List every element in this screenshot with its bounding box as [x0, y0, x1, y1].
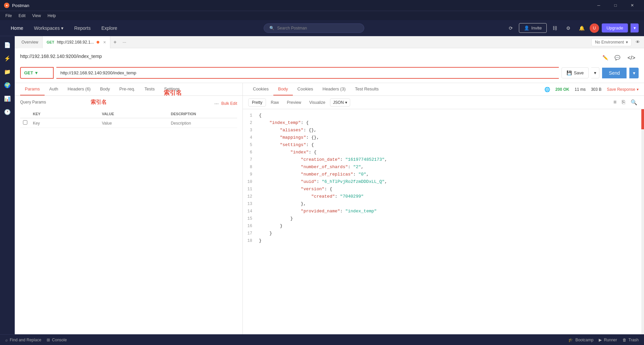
- invite-button[interactable]: 👤 Invite: [519, 23, 547, 33]
- upgrade-dropdown[interactable]: ▾: [631, 23, 639, 32]
- param-tab-prereq[interactable]: Pre-req.: [115, 83, 140, 95]
- close-button[interactable]: ✕: [625, 0, 640, 11]
- url-input[interactable]: [56, 67, 559, 79]
- code-line-10: 10 "uuid": "6_hTlPvjRo2fzmDDDxLL_Q",: [243, 178, 644, 186]
- save-response-button[interactable]: Save Response ▾: [607, 87, 639, 92]
- search-response-icon[interactable]: 🔍: [629, 98, 639, 107]
- save-dropdown[interactable]: ▾: [591, 67, 599, 78]
- search-placeholder: Search Postman: [277, 26, 307, 30]
- response-tab-headers[interactable]: Headers (3): [318, 83, 351, 95]
- param-tab-headers[interactable]: Headers (6): [63, 83, 96, 95]
- request-title: http://192.168.92.140:9200/index_temp: [20, 54, 102, 59]
- footer-find-replace[interactable]: ⌕ Find and Replace: [5, 338, 41, 342]
- view-visualize-button[interactable]: Visualize: [306, 99, 329, 106]
- add-tab-button[interactable]: +: [110, 38, 120, 47]
- footer-trash[interactable]: 🗑 Trash: [623, 338, 639, 342]
- footer-runner[interactable]: ▶ Runner: [599, 338, 617, 342]
- main-panel: Overview GET http://192.168.92.1... × + …: [15, 36, 644, 334]
- response-tab-cookies-left[interactable]: Cookies: [248, 83, 273, 95]
- upgrade-button[interactable]: Upgrade: [602, 23, 628, 32]
- response-tabs-bar: Cookies Body Cookies Headers (3) Test Re…: [243, 83, 644, 96]
- toolbar-right: ≡ ⎘ 🔍: [612, 98, 639, 107]
- search-box[interactable]: 🔍 Search Postman: [264, 23, 364, 33]
- menu-edit[interactable]: Edit: [16, 13, 28, 19]
- response-status: 🌐 200 OK 11 ms 303 B Save Response ▾: [544, 87, 639, 92]
- response-size: 303 B: [591, 87, 601, 92]
- param-tab-body[interactable]: Body: [95, 83, 115, 95]
- send-dropdown[interactable]: ▾: [629, 68, 639, 78]
- nav-workspaces[interactable]: Workspaces ▾: [29, 20, 69, 36]
- copy-icon[interactable]: ⎘: [621, 98, 627, 107]
- query-params-title: Query Params: [20, 100, 46, 105]
- nav-home[interactable]: Home: [5, 20, 29, 36]
- more-tabs-button[interactable]: ···: [120, 38, 129, 47]
- method-select[interactable]: GET ▾: [20, 67, 54, 79]
- response-tab-cookies[interactable]: Cookies: [293, 83, 318, 95]
- edit-icon[interactable]: ✏️: [600, 52, 611, 63]
- sync-icon[interactable]: ⟳: [505, 23, 516, 33]
- param-tab-params[interactable]: Params: [20, 83, 45, 95]
- menubar: File Edit View Help: [0, 11, 644, 20]
- tab-overview[interactable]: Overview: [17, 36, 43, 48]
- menu-file[interactable]: File: [3, 13, 14, 19]
- sidebar-new-icon[interactable]: 📄: [1, 39, 13, 51]
- response-tab-test-results[interactable]: Test Results: [350, 83, 383, 95]
- response-tab-body[interactable]: Body: [273, 83, 293, 95]
- col-value: VALUE: [99, 110, 168, 118]
- comment-icon[interactable]: 💬: [612, 52, 623, 63]
- nav-reports[interactable]: Reports: [69, 20, 96, 36]
- param-tab-tests[interactable]: Tests: [140, 83, 159, 95]
- environment-eye-icon[interactable]: 👁: [634, 38, 641, 46]
- key-input[interactable]: [33, 121, 97, 126]
- code-line-2: 2 "index_temp": {: [243, 119, 644, 127]
- code-line-13: 13 },: [243, 200, 644, 208]
- bootcamp-icon: 🎓: [568, 338, 573, 342]
- param-tab-settings[interactable]: Settings: [159, 83, 184, 95]
- code-line-8: 8 "number_of_shards": "2",: [243, 163, 644, 171]
- sidebar-collections-icon[interactable]: 📁: [1, 66, 13, 78]
- send-button[interactable]: Send: [602, 68, 627, 78]
- tab-close-button[interactable]: ×: [103, 40, 106, 45]
- sidebar-monitor-icon[interactable]: 📊: [1, 92, 13, 105]
- format-select[interactable]: JSON ▾: [330, 98, 350, 107]
- minimize-button[interactable]: ─: [591, 0, 606, 11]
- left-panel: Params Auth Headers (6) Body Pre-req. Te…: [15, 83, 243, 334]
- tab-active-request[interactable]: GET http://192.168.92.1... ×: [43, 36, 110, 48]
- format-icon[interactable]: ≡: [612, 98, 618, 107]
- avatar-icon[interactable]: U: [590, 23, 599, 33]
- code-view-button[interactable]: </>: [624, 52, 639, 64]
- footer-console[interactable]: ⊞ Console: [47, 338, 67, 342]
- notification-icon[interactable]: 🔔: [576, 23, 587, 33]
- code-line-14: 14 "provided_name": "index_temp": [243, 208, 644, 215]
- view-preview-button[interactable]: Preview: [283, 99, 305, 106]
- scrollbar-thumb[interactable]: [641, 109, 644, 129]
- save-button[interactable]: 💾 Save: [561, 67, 589, 78]
- response-toolbar: Pretty Raw Preview Visualize JSON ▾ ≡ ⎘ …: [243, 96, 644, 109]
- param-tab-auth[interactable]: Auth: [45, 83, 63, 95]
- sidebar-api-icon[interactable]: ⚡: [1, 52, 13, 64]
- settings-icon[interactable]: ⚙: [563, 23, 574, 33]
- row-checkbox[interactable]: [23, 120, 28, 125]
- content-split: Params Auth Headers (6) Body Pre-req. Te…: [15, 83, 644, 334]
- value-input[interactable]: [102, 121, 166, 126]
- description-input[interactable]: [171, 121, 234, 126]
- app-title: Postman: [12, 3, 29, 8]
- view-raw-button[interactable]: Raw: [267, 99, 282, 106]
- status-code: 200 OK: [555, 87, 569, 92]
- runner-icon: ▶: [599, 338, 602, 342]
- maximize-button[interactable]: □: [608, 0, 623, 11]
- app-logo: ✦: [4, 3, 9, 8]
- view-pretty-button[interactable]: Pretty: [248, 98, 266, 107]
- nav-explore[interactable]: Explore: [96, 20, 122, 36]
- sidebar-history-icon[interactable]: 🕐: [1, 106, 13, 118]
- menu-view[interactable]: View: [30, 13, 44, 19]
- link-icon[interactable]: ⛓: [549, 23, 560, 33]
- titlebar-controls[interactable]: ─ □ ✕: [591, 0, 640, 11]
- bulk-edit-button[interactable]: Bulk Edit: [221, 101, 237, 106]
- titlebar: ✦ Postman ─ □ ✕: [0, 0, 644, 11]
- sidebar-environments-icon[interactable]: 🌍: [1, 79, 13, 91]
- footer-bootcamp[interactable]: 🎓 Bootcamp: [568, 338, 593, 342]
- code-line-1: 1 {: [243, 112, 644, 119]
- environment-dropdown[interactable]: No Environment ▾: [591, 38, 632, 46]
- menu-help[interactable]: Help: [45, 13, 59, 19]
